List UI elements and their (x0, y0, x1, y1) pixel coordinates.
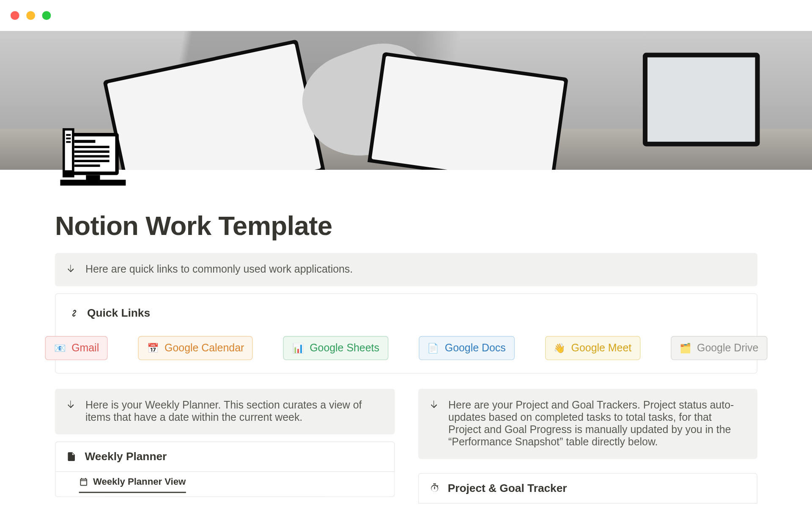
page-title: Notion Work Template (55, 210, 757, 241)
svg-rect-13 (66, 138, 71, 139)
minimize-window-button[interactable] (26, 11, 35, 20)
svg-rect-4 (74, 140, 96, 143)
quick-links-heading: Quick Links (69, 307, 744, 320)
callout-text: Here are your Project and Goal Trackers.… (448, 399, 747, 448)
svg-rect-7 (74, 155, 110, 157)
weekly-planner-body: Weekly Planner View (55, 472, 395, 497)
quick-links-panel: Quick Links 📧Gmail 📅Google Calendar 📊Goo… (55, 293, 757, 373)
view-tab-label: Weekly Planner View (93, 477, 186, 487)
callout-weekly: Here is your Weekly Planner. This sectio… (55, 389, 395, 434)
page-icon (66, 451, 77, 462)
tracker-column: Here are your Project and Goal Trackers.… (418, 389, 757, 503)
docs-icon: 📄 (427, 342, 439, 353)
arrow-down-icon (66, 399, 76, 410)
quicklink-google-docs[interactable]: 📄Google Docs (419, 336, 515, 360)
tracker-title: Project & Goal Tracker (448, 482, 567, 494)
weekly-planner-view-tab[interactable]: Weekly Planner View (79, 477, 186, 493)
weekly-planner-title: Weekly Planner (85, 450, 167, 463)
link-icon (69, 307, 80, 319)
svg-rect-11 (65, 130, 72, 170)
calendar-icon: 📅 (147, 342, 159, 353)
mail-icon: 📧 (54, 342, 66, 353)
arrow-down-icon (428, 399, 439, 410)
quicklink-google-calendar[interactable]: 📅Google Calendar (138, 336, 253, 360)
quick-links-title: Quick Links (87, 307, 150, 320)
page-content: Notion Work Template Here are quick link… (0, 170, 812, 503)
arrow-down-icon (66, 263, 76, 274)
wave-icon: 👋 (554, 342, 565, 353)
quicklink-gmail[interactable]: 📧Gmail (45, 336, 108, 360)
weekly-planner-heading[interactable]: Weekly Planner (55, 442, 395, 472)
tracker-heading[interactable]: Project & Goal Tracker (418, 473, 757, 503)
callout-tracker: Here are your Project and Goal Trackers.… (418, 389, 757, 459)
svg-rect-14 (66, 141, 71, 143)
weekly-planner-column: Here is your Weekly Planner. This sectio… (55, 389, 395, 503)
quick-links-row: 📧Gmail 📅Google Calendar 📊Google Sheets 📄… (69, 336, 744, 360)
svg-rect-1 (86, 175, 100, 182)
callout-text: Here is your Weekly Planner. This sectio… (85, 399, 384, 424)
callout-text: Here are quick links to commonly used wo… (85, 263, 353, 276)
sheets-icon: 📊 (292, 342, 304, 353)
svg-rect-12 (66, 134, 71, 136)
page-icon[interactable] (55, 126, 130, 201)
quicklink-google-drive[interactable]: 🗂️Google Drive (671, 336, 767, 360)
svg-rect-8 (74, 160, 110, 163)
calendar-icon (79, 477, 88, 486)
drive-icon: 🗂️ (680, 342, 691, 353)
stopwatch-icon (429, 483, 439, 494)
traffic-lights (11, 11, 51, 20)
svg-rect-5 (74, 146, 110, 148)
close-window-button[interactable] (11, 11, 19, 20)
callout-quicklinks: Here are quick links to commonly used wo… (55, 253, 757, 286)
quicklink-google-meet[interactable]: 👋Google Meet (545, 336, 640, 360)
svg-rect-6 (74, 150, 110, 153)
window-titlebar (0, 0, 812, 31)
zoom-window-button[interactable] (42, 11, 51, 20)
quicklink-google-sheets[interactable]: 📊Google Sheets (283, 336, 388, 360)
svg-rect-9 (74, 165, 100, 167)
